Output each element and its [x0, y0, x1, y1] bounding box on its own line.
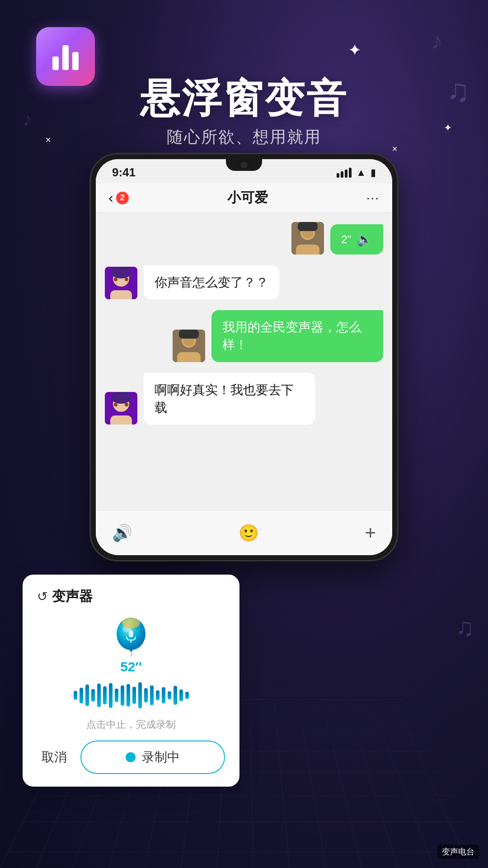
message-row-sent-1: 我用的全民变声器，怎么样！ [105, 310, 383, 362]
wave-bar-8 [115, 689, 118, 702]
music-note-bottom-right: ♫ [455, 613, 474, 642]
panel-back-icon[interactable]: ↺ [37, 589, 47, 604]
emoji-button[interactable]: 🙂 [239, 524, 259, 542]
balloon-icon [111, 617, 151, 657]
record-dot-icon [126, 752, 136, 762]
chat-bottom-bar: 🔊 🙂 + [96, 510, 392, 555]
sender-avatar-2 [173, 330, 205, 362]
sparkle-icon: ✦ [348, 41, 361, 60]
svg-point-24 [122, 618, 140, 628]
equalizer-bars [52, 43, 79, 70]
record-button[interactable]: 录制中 [80, 741, 225, 774]
chat-body: 2" 🔈 [96, 213, 392, 520]
wave-bar-5 [97, 684, 101, 707]
hero-main-title: 悬浮窗变音 [0, 77, 488, 121]
voice-duration: 2" [341, 232, 351, 247]
record-label: 录制中 [142, 749, 180, 766]
wave-bar-17 [168, 691, 171, 699]
wave-bar-19 [179, 689, 183, 701]
eq-bar-1 [52, 57, 59, 70]
eq-bar-3 [72, 52, 79, 70]
panel-header: ↺ 变声器 [37, 587, 225, 606]
float-panel: ↺ 变声器 [23, 575, 239, 787]
svg-rect-25 [130, 649, 132, 651]
phone-screen: 9:41 ▲ ▮ ‹ 2 [96, 159, 392, 555]
message-row-received-1: 你声音怎么变了？？ [105, 265, 383, 299]
timer-display: 52″ [120, 659, 142, 675]
signal-bars-icon [337, 168, 352, 178]
notification-badge: 2 [116, 192, 129, 204]
status-time: 9:41 [112, 165, 136, 179]
wave-bar-11 [132, 687, 136, 704]
svg-point-9 [114, 278, 117, 281]
battery-icon: ▮ [371, 167, 376, 179]
wave-bar-10 [127, 684, 130, 707]
back-button[interactable]: ‹ 2 [108, 189, 129, 206]
wave-bar-16 [162, 687, 165, 703]
chat-header: ‹ 2 小可爱 ··· [96, 183, 392, 213]
voice-wave-icon: 🔈 [357, 231, 372, 248]
signal-bar-1 [337, 173, 339, 178]
music-note-top-right: ♪ [431, 27, 443, 54]
receiver-avatar-2 [105, 392, 137, 425]
more-options-button[interactable]: ··· [366, 191, 380, 205]
text-bubble-received-2: 啊啊好真实！我也要去下载 [144, 373, 315, 425]
svg-point-10 [125, 278, 128, 281]
wave-bar-6 [103, 686, 107, 704]
waveform-display [37, 682, 225, 709]
svg-rect-2 [296, 245, 319, 255]
wave-bar-18 [174, 686, 177, 705]
panel-title: 变声器 [52, 587, 93, 606]
svg-rect-18 [110, 415, 132, 425]
svg-point-20 [114, 403, 117, 406]
hero-sub-title: 随心所欲、想用就用 [0, 126, 488, 148]
chat-contact-name: 小可爱 [129, 189, 366, 207]
text-bubble-sent-1: 我用的全民变声器，怎么样！ [211, 310, 383, 362]
receiver-avatar-1 [105, 267, 137, 299]
cancel-button[interactable]: 取消 [37, 749, 71, 766]
text-bubble-received-1: 你声音怎么变了？？ [144, 265, 279, 299]
svg-rect-4 [298, 222, 318, 231]
signal-bar-2 [341, 171, 343, 178]
balloon-container: 52″ [37, 617, 225, 675]
status-icons: ▲ ▮ [337, 167, 376, 179]
signal-bar-3 [345, 170, 347, 178]
message-row-received-2: 啊啊好真实！我也要去下载 [105, 373, 383, 425]
hero-title-section: 悬浮窗变音 随心所欲、想用就用 [0, 77, 488, 148]
watermark: 变声电台 [437, 844, 479, 859]
wave-bar-15 [156, 690, 160, 700]
camera-notch [226, 159, 262, 171]
wave-bar-9 [121, 685, 124, 706]
message-text-3: 啊啊好真实！我也要去下载 [155, 383, 294, 415]
wave-bar-4 [91, 689, 95, 702]
wifi-icon: ▲ [356, 167, 366, 179]
phone-mockup: 9:41 ▲ ▮ ‹ 2 [90, 154, 398, 561]
wave-bar-7 [109, 683, 113, 708]
camera-dot [239, 160, 249, 170]
svg-rect-26 [129, 630, 133, 637]
add-button[interactable]: + [365, 522, 376, 544]
phone-frame: 9:41 ▲ ▮ ‹ 2 [90, 154, 398, 561]
wave-bar-2 [80, 688, 83, 703]
voice-input-icon[interactable]: 🔊 [112, 524, 132, 542]
message-row-voice: 2" 🔈 [105, 222, 383, 255]
wave-bar-12 [138, 682, 142, 708]
wave-bar-13 [144, 688, 148, 703]
wave-bar-14 [150, 685, 154, 705]
wave-bar-3 [85, 684, 89, 706]
hint-text: 点击中止，完成录制 [37, 718, 225, 731]
eq-bar-2 [62, 45, 69, 70]
svg-rect-13 [177, 352, 201, 362]
message-text-2: 我用的全民变声器，怎么样！ [222, 320, 361, 352]
back-chevron-icon: ‹ [108, 189, 113, 206]
panel-buttons: 取消 录制中 [37, 741, 225, 774]
svg-rect-7 [110, 290, 132, 299]
wave-bar-1 [74, 691, 77, 700]
svg-rect-15 [179, 330, 199, 339]
message-text-1: 你声音怎么变了？？ [155, 275, 268, 289]
wave-bar-20 [185, 692, 189, 699]
svg-point-21 [125, 403, 128, 406]
signal-bar-4 [349, 168, 352, 178]
sender-avatar [291, 222, 324, 255]
voice-bubble: 2" 🔈 [330, 224, 383, 255]
